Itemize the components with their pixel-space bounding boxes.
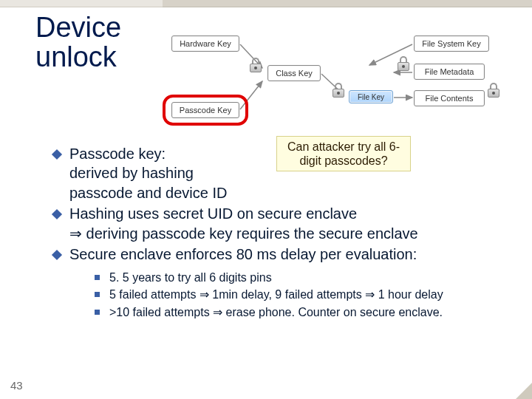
file-system-key-box: File System Key [414,35,489,52]
file-key-box: File Key [349,90,393,103]
class-key-box: Class Key [267,65,321,81]
bullet-text: Secure enclave enforces 80 ms delay per … [69,246,417,262]
bullet-text: Hashing uses secret UID on secure enclav… [69,205,357,222]
sub-bullet-item: >10 failed attempts ⇒ erase phone. Count… [95,304,517,320]
file-contents-box: File Contents [414,90,485,106]
slide-title: Device unlock [35,13,121,72]
slide: Device unlock Hardware Key Passcode Key … [0,0,532,399]
lock-icon [250,58,262,72]
lock-icon [398,56,409,71]
bullet-text: derived by hashing [69,165,194,181]
passcode-key-highlight [163,95,248,126]
lock-icon [488,83,499,98]
sub-bullet-item: 5 failed attempts ⇒ 1min delay, 9 failed… [95,287,517,302]
sub-bullet-list: 5. 5 years to try all 6 digits pins 5 fa… [95,270,517,319]
bullet-item: Hashing uses secret UID on secure enclav… [53,204,517,243]
bullet-item: Secure enclave enforces 80 ms delay per … [53,245,517,264]
bullet-text: Passcode key: [69,146,166,162]
page-number: 43 [10,379,23,392]
sub-bullet-item: 5. 5 years to try all 6 digits pins [95,270,517,285]
key-hierarchy-diagram: Hardware Key Passcode Key Class Key File… [155,15,510,129]
bullet-item: Passcode key: derived by hashing passcod… [53,144,517,202]
hardware-key-box: Hardware Key [171,35,239,52]
bullet-text: passcode and device ID [69,185,227,201]
corner-fold-icon [516,383,532,399]
lock-icon [332,83,344,98]
bullet-text: ⇒ deriving passcode key requires the sec… [69,225,418,242]
file-metadata-box: File Metadata [414,64,485,80]
top-accent-bar [0,0,532,7]
content-area: Passcode key: derived by hashing passcod… [53,144,517,321]
